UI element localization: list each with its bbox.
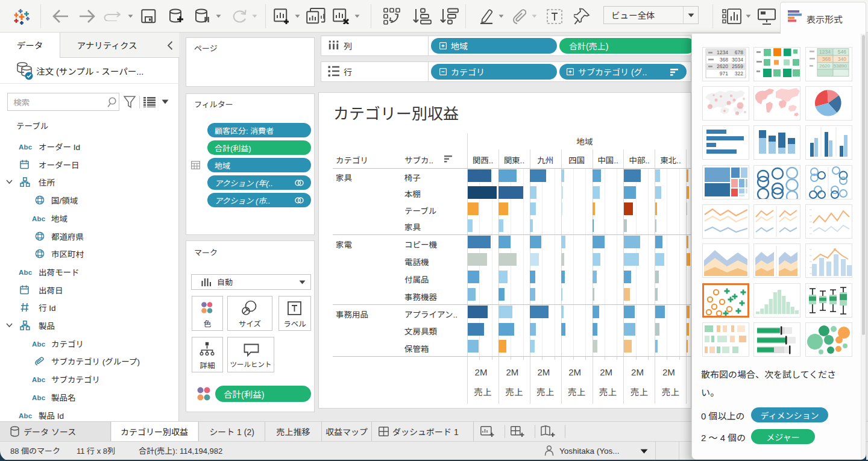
svg-text:2559: 2559 <box>732 62 743 69</box>
svg-text:2620: 2620 <box>717 62 728 69</box>
svg-text:678: 678 <box>735 48 743 55</box>
svg-text:368: 368 <box>822 55 831 62</box>
svg-text:2620: 2620 <box>819 62 830 69</box>
svg-text:1234: 1234 <box>717 48 728 55</box>
svg-text:322: 322 <box>735 69 743 77</box>
svg-text:546: 546 <box>838 48 846 55</box>
svg-text:340: 340 <box>838 55 846 62</box>
svg-text:53890: 53890 <box>834 62 848 69</box>
svg-text:3034: 3034 <box>732 55 743 63</box>
svg-text:971: 971 <box>720 69 728 77</box>
svg-text:1234: 1234 <box>819 48 831 55</box>
svg-text:368: 368 <box>720 55 728 63</box>
